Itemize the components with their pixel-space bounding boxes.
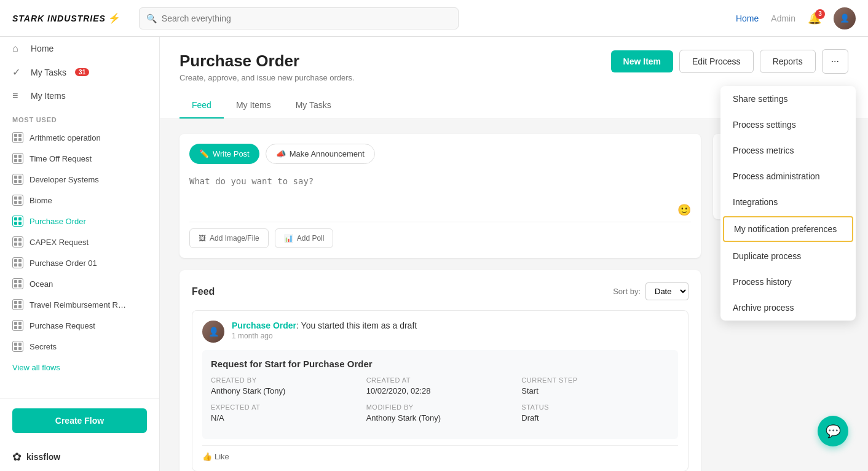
more-options-button[interactable]: ··· xyxy=(822,49,848,74)
nav-admin-link[interactable]: Admin xyxy=(771,14,795,23)
sidebar: ⌂ Home ✓ My Tasks 31 ≡ My Items MOST USE… xyxy=(0,37,160,471)
sidebar-flow-label: Secrets xyxy=(30,342,57,351)
feed-avatar: 👤 xyxy=(202,321,224,343)
sidebar-item-secrets[interactable]: Secrets xyxy=(0,336,159,357)
sort-select[interactable]: Date xyxy=(645,282,688,300)
feed-actions: 👍 Like xyxy=(202,445,678,461)
add-image-button[interactable]: 🖼 Add Image/File xyxy=(189,228,269,248)
tab-feed[interactable]: Feed xyxy=(180,93,224,119)
dropdown-process-metrics[interactable]: Process metrics xyxy=(720,138,856,163)
sidebar-item-purchase-request[interactable]: Purchase Request xyxy=(0,315,159,336)
created-by-label: Created by xyxy=(211,376,359,384)
post-area: ✏️ Write Post 📣 Make Announcement 🙂 xyxy=(180,134,701,258)
sidebar-item-my-tasks[interactable]: ✓ My Tasks 31 xyxy=(0,60,159,84)
sidebar-item-label: My Items xyxy=(31,91,66,101)
sidebar-flow-label: Time Off Request xyxy=(30,154,92,163)
sort-label: Sort by: xyxy=(613,287,641,296)
like-button[interactable]: 👍 Like xyxy=(202,452,229,461)
post-input[interactable] xyxy=(189,171,691,201)
status-value: Draft xyxy=(521,413,539,422)
sidebar-item-my-items[interactable]: ≡ My Items xyxy=(0,84,159,107)
add-image-label: Add Image/File xyxy=(210,234,259,243)
feed-meta-created-at: Created at 10/02/2020, 02:28 xyxy=(366,376,515,396)
notification-button[interactable]: 🔔 3 xyxy=(808,12,821,25)
like-label: Like xyxy=(215,452,229,461)
dropdown-duplicate-process[interactable]: Duplicate process xyxy=(720,243,856,269)
sidebar-flow-label: Biome xyxy=(30,196,52,205)
write-post-button[interactable]: ✏️ Write Post xyxy=(189,144,259,164)
announce-icon: 📣 xyxy=(276,149,286,158)
dropdown-my-notification-preferences[interactable]: My notification preferences xyxy=(723,216,853,242)
new-item-button[interactable]: New Item xyxy=(611,50,673,72)
items-icon: ≡ xyxy=(12,90,25,101)
dropdown-process-administration[interactable]: Process administration xyxy=(720,163,856,189)
feed-meta-created-by: Created by Anthony Stark (Tony) xyxy=(211,376,359,396)
flow-grid-icon xyxy=(12,153,23,164)
feed-item-body-title: Request for Start for Purchase Order xyxy=(211,359,669,369)
sidebar-item-capex-request[interactable]: CAPEX Request xyxy=(0,232,159,252)
edit-process-button[interactable]: Edit Process xyxy=(679,50,754,73)
feed-title: Feed xyxy=(192,286,215,297)
search-bar: 🔍 xyxy=(139,7,459,29)
sidebar-flow-label: Ocean xyxy=(30,279,53,289)
write-post-label: Write Post xyxy=(213,149,250,158)
dropdown-archive-process[interactable]: Archive process xyxy=(720,295,856,321)
tab-my-tasks[interactable]: My Tasks xyxy=(283,93,344,119)
image-icon: 🖼 xyxy=(199,234,206,243)
flow-grid-icon xyxy=(12,132,23,143)
search-input[interactable] xyxy=(139,7,459,29)
emoji-button[interactable]: 🙂 xyxy=(189,203,691,217)
sidebar-item-biome[interactable]: Biome xyxy=(0,190,159,211)
main-content: Purchase Order Create, approve, and issu… xyxy=(160,37,868,471)
flow-grid-icon xyxy=(12,216,23,227)
feed-item-meta: Purchase Order: You started this item as… xyxy=(232,321,678,340)
top-right-nav: Home Admin 🔔 3 👤 xyxy=(736,7,856,29)
sidebar-item-purchase-order[interactable]: Purchase Order xyxy=(0,211,159,232)
flow-grid-icon xyxy=(12,236,23,247)
dropdown-share-settings[interactable]: Share settings xyxy=(720,86,856,112)
flow-grid-icon xyxy=(12,320,23,331)
notification-badge: 3 xyxy=(815,9,825,19)
expected-at-value: N/A xyxy=(211,413,224,422)
tab-my-items[interactable]: My Items xyxy=(224,93,283,119)
dropdown-process-settings[interactable]: Process settings xyxy=(720,112,856,138)
sidebar-item-home[interactable]: ⌂ Home xyxy=(0,37,159,60)
created-by-value: Anthony Stark (Tony) xyxy=(211,386,285,395)
logo: STARK INDUSTRIES ⚡ xyxy=(12,12,120,24)
user-avatar[interactable]: 👤 xyxy=(834,7,856,29)
feed-item: 👤 Purchase Order: You started this item … xyxy=(192,310,688,471)
sidebar-item-time-off-request[interactable]: Time Off Request xyxy=(0,148,159,169)
nav-home-link[interactable]: Home xyxy=(736,14,759,23)
add-poll-button[interactable]: 📊 Add Poll xyxy=(275,228,334,248)
sidebar-item-arithmetic-operation[interactable]: Arithmetic operation xyxy=(0,127,159,148)
sidebar-item-travel-reimbursement[interactable]: Travel Reimbursement Reque... xyxy=(0,294,159,315)
tasks-badge: 31 xyxy=(75,68,89,76)
make-announcement-button[interactable]: 📣 Make Announcement xyxy=(266,144,375,164)
modified-by-value: Anthony Stark (Tony) xyxy=(366,413,441,422)
dropdown-integrations[interactable]: Integrations xyxy=(720,189,856,215)
feed-item-time: 1 month ago xyxy=(232,332,678,340)
feed-item-header: 👤 Purchase Order: You started this item … xyxy=(202,321,678,343)
most-used-label: MOST USED xyxy=(0,107,159,127)
create-flow-button[interactable]: Create Flow xyxy=(12,408,147,433)
kissflow-label: kissflow xyxy=(26,452,60,462)
sidebar-item-ocean[interactable]: Ocean xyxy=(0,273,159,294)
chat-icon: 💬 xyxy=(826,424,841,438)
dropdown-process-history[interactable]: Process history xyxy=(720,269,856,295)
sidebar-flow-label: Arithmetic operation xyxy=(30,133,101,142)
flow-grid-icon xyxy=(12,174,23,185)
feed-item-title: Purchase Order: You started this item as… xyxy=(232,321,678,330)
sidebar-flow-label: Purchase Order xyxy=(30,217,86,226)
chat-fab-button[interactable]: 💬 xyxy=(818,416,848,446)
feed-meta-expected-at: Expected at N/A xyxy=(211,403,359,423)
reports-button[interactable]: Reports xyxy=(760,50,816,73)
sidebar-item-purchase-order-01[interactable]: Purchase Order 01 xyxy=(0,252,159,273)
logo-arrow: ⚡ xyxy=(108,12,120,24)
sidebar-item-developer-systems[interactable]: Developer Systems xyxy=(0,169,159,190)
feed-item-link[interactable]: Purchase Order xyxy=(232,321,296,330)
top-bar: STARK INDUSTRIES ⚡ 🔍 Home Admin 🔔 3 👤 xyxy=(0,0,868,37)
view-all-flows-link[interactable]: View all flows xyxy=(12,363,60,372)
sort-row: Sort by: Date xyxy=(613,282,688,300)
feed-meta-modified-by: Modified by Anthony Stark (Tony) xyxy=(366,403,515,423)
created-at-label: Created at xyxy=(366,376,515,384)
